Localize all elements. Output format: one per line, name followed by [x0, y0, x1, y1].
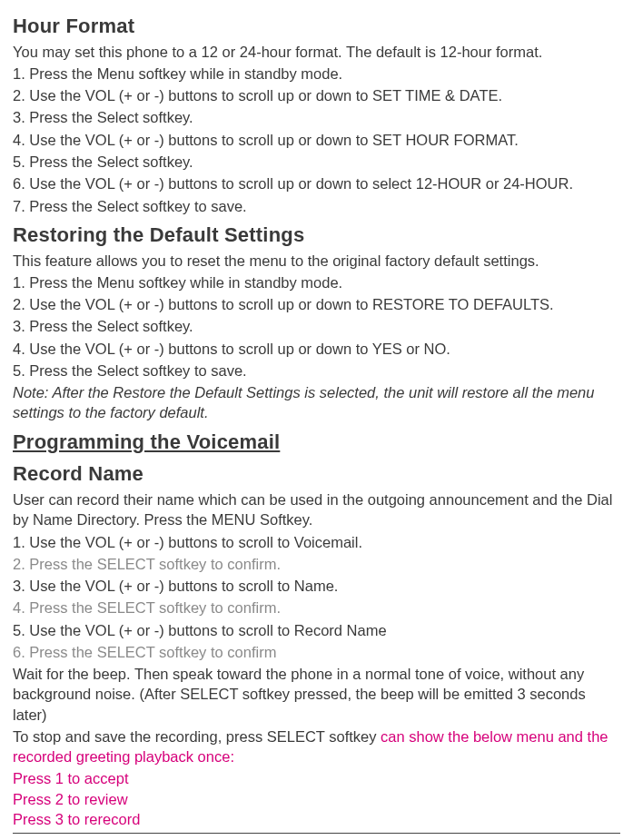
record-name-stop: To stop and save the recording, press SE… — [13, 726, 620, 767]
magenta-options: Press 1 to acceptPress 2 to reviewPress … — [13, 768, 620, 829]
record-name-heading: Record Name — [13, 460, 620, 488]
restore-step: 2. Use the VOL (+ or -) buttons to scrol… — [13, 294, 620, 314]
hour-format-steps: 1. Press the Menu softkey while in stand… — [13, 64, 620, 216]
magenta-option: Press 3 to rerecord — [13, 809, 620, 829]
page-footer: 19 — [13, 833, 620, 840]
record-name-step: 6. Press the SELECT softkey to confirm — [13, 642, 620, 662]
magenta-option: Press 1 to accept — [13, 768, 620, 788]
hour-format-intro: You may set this phone to a 12 or 24-hou… — [13, 42, 620, 62]
record-name-step: 1. Use the VOL (+ or -) buttons to scrol… — [13, 532, 620, 552]
hour-format-step: 7. Press the Select softkey to save. — [13, 196, 620, 216]
record-name-step: 5. Use the VOL (+ or -) buttons to scrol… — [13, 620, 620, 640]
hour-format-step: 2. Use the VOL (+ or -) buttons to scrol… — [13, 85, 620, 105]
restore-step: 4. Use the VOL (+ or -) buttons to scrol… — [13, 339, 620, 359]
restore-step: 3. Press the Select softkey. — [13, 316, 620, 336]
hour-format-step: 3. Press the Select softkey. — [13, 107, 620, 127]
hour-format-step: 1. Press the Menu softkey while in stand… — [13, 64, 620, 84]
stop-prefix-text: To stop and save the recording, press SE… — [13, 728, 381, 745]
magenta-option: Press 2 to review — [13, 789, 620, 809]
restore-heading: Restoring the Default Settings — [13, 222, 620, 249]
hour-format-step: 4. Use the VOL (+ or -) buttons to scrol… — [13, 130, 620, 150]
hour-format-step: 6. Use the VOL (+ or -) buttons to scrol… — [13, 173, 620, 193]
record-name-steps: 1. Use the VOL (+ or -) buttons to scrol… — [13, 532, 620, 663]
voicemail-heading: Programming the Voicemail — [13, 429, 620, 456]
hour-format-heading: Hour Format — [13, 13, 620, 40]
restore-steps: 1. Press the Menu softkey while in stand… — [13, 272, 620, 380]
record-name-step: 4. Press the SELECT softkey to confirm. — [13, 598, 620, 618]
restore-note: Note: After the Restore the Default Sett… — [13, 382, 620, 423]
restore-step: 1. Press the Menu softkey while in stand… — [13, 272, 620, 292]
record-name-step: 2. Press the SELECT softkey to confirm. — [13, 554, 620, 574]
hour-format-step: 5. Press the Select softkey. — [13, 152, 620, 172]
restore-intro: This feature allows you to reset the men… — [13, 251, 620, 271]
record-name-intro: User can record their name which can be … — [13, 489, 620, 530]
restore-step: 5. Press the Select softkey to save. — [13, 361, 620, 380]
record-name-wait: Wait for the beep. Then speak toward the… — [13, 664, 620, 725]
record-name-step: 3. Use the VOL (+ or -) buttons to scrol… — [13, 576, 620, 596]
